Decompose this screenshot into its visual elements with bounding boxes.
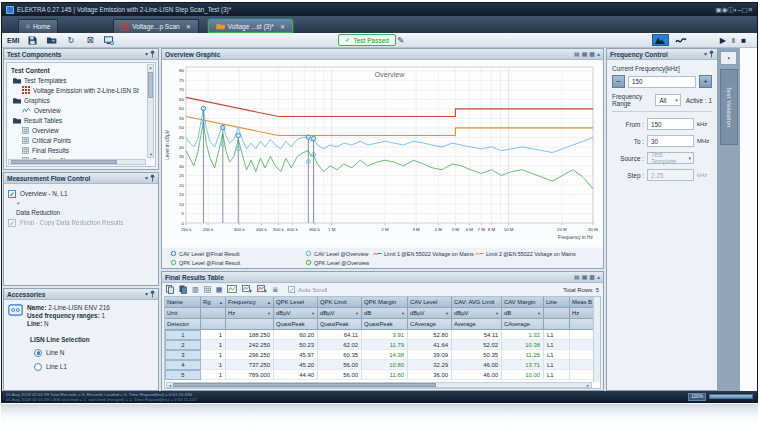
pin-icon[interactable] — [150, 50, 155, 58]
table-cell[interactable]: L1 — [544, 370, 570, 380]
layout-grid-icon[interactable]: ▦ — [582, 51, 588, 57]
layout-float-icon[interactable]: ▩ — [589, 51, 595, 57]
table-cell[interactable]: 60.20 — [274, 330, 318, 340]
table-cell[interactable]: 242.250 — [226, 340, 274, 350]
wave-measurement-button[interactable] — [673, 34, 690, 46]
column-header[interactable]: QPK Margin — [362, 297, 408, 308]
unit-header[interactable]: dBµV▼ — [452, 308, 502, 319]
layout-single-icon[interactable]: ▤ — [574, 274, 580, 280]
test-passed-button[interactable]: ✓ Test Passed — [338, 34, 396, 46]
column-header[interactable]: Name — [165, 297, 201, 308]
legend-item[interactable]: QPK Level @Overview — [305, 259, 369, 266]
table-cell[interactable]: 45.20 — [274, 360, 318, 370]
tree-item[interactable]: Test Templates — [11, 75, 146, 85]
table-cell[interactable]: L1 — [544, 330, 570, 340]
unit-header[interactable]: dB▼ — [362, 308, 408, 319]
table-cell[interactable]: L1 — [544, 350, 570, 360]
table-cell[interactable]: 13.71 — [502, 360, 544, 370]
checkbox-checked-icon[interactable]: ✓ — [8, 190, 16, 198]
tab-home[interactable]: ⌂Home — [18, 19, 58, 33]
pin-icon[interactable] — [150, 174, 155, 182]
refresh-button[interactable]: ↻ — [64, 34, 77, 46]
layout-float-icon[interactable]: ▩ — [589, 274, 595, 280]
radio-line-n[interactable]: Line N — [34, 348, 154, 357]
table-cell[interactable]: 36.00 — [408, 370, 452, 380]
table-cell[interactable]: 56.00 — [318, 370, 362, 380]
auto-scroll-checkbox[interactable]: ✓ Auto Scroll — [288, 286, 327, 293]
table-cell[interactable]: 32.29 — [408, 360, 452, 370]
unit-header[interactable]: dBµV▼ — [274, 308, 318, 319]
tree-item[interactable]: Result Tables — [11, 115, 146, 125]
copy-button[interactable] — [166, 285, 174, 294]
table-cell[interactable]: 10.80 — [362, 360, 408, 370]
table-cell[interactable]: 50.35 — [452, 350, 502, 360]
chevron-down-icon[interactable]: ▾ — [704, 51, 707, 57]
tree-vertical-scrollbar[interactable]: ▲▼ — [147, 64, 154, 158]
chart-add-button[interactable] — [242, 285, 252, 293]
save-button[interactable] — [26, 34, 39, 46]
unit-header[interactable]: dBµV▼ — [408, 308, 452, 319]
copy-all-button[interactable] — [179, 285, 187, 294]
play-button[interactable]: ▶ — [720, 36, 726, 45]
table-cell[interactable]: 39.09 — [408, 350, 452, 360]
frequency-decrement-button[interactable]: − — [612, 75, 625, 88]
table-cell[interactable]: 1 — [201, 370, 226, 380]
table-cell[interactable]: 1 — [165, 330, 201, 340]
test-validation-tab[interactable]: Test Validation — [720, 69, 738, 145]
table-cell[interactable]: 296.250 — [226, 350, 274, 360]
close-icon[interactable]: ✕ — [748, 6, 753, 13]
table-cell[interactable]: 44.40 — [274, 370, 318, 380]
legend-item[interactable]: QPK Level @Final Result — [170, 259, 240, 266]
table-cell[interactable]: 46.00 — [452, 370, 502, 380]
table-cell[interactable]: 54.11 — [452, 330, 502, 340]
radio-line-l1[interactable]: Line L1 — [34, 362, 154, 371]
table-cell[interactable]: 3.91 — [362, 330, 408, 340]
chart-button[interactable] — [227, 285, 237, 293]
table-cell[interactable]: 1 — [201, 350, 226, 360]
to-frequency-input[interactable] — [647, 135, 694, 147]
collapse-icon[interactable]: ▴ — [597, 274, 600, 280]
tab-voltage-p-scan[interactable]: Voltage...p Scan✕ — [113, 19, 198, 33]
table-cell[interactable]: 45.97 — [274, 350, 318, 360]
table-cell[interactable]: 50.23 — [274, 340, 318, 350]
close-icon[interactable]: ✕ — [280, 23, 285, 30]
table-cell[interactable]: 1 — [201, 340, 226, 350]
table-cell[interactable]: 41.64 — [408, 340, 452, 350]
tree-item[interactable]: Final Results — [11, 145, 146, 155]
unit-header[interactable]: dBµV▼ — [318, 308, 362, 319]
legend-item[interactable]: CAV Level @Overview — [305, 250, 369, 257]
legend-item[interactable]: Limit 1 @EN 55022 Voltage on Mains — [373, 250, 474, 257]
table-cell[interactable]: 10.00 — [502, 370, 544, 380]
chevron-down-icon[interactable]: ▾ — [145, 51, 148, 57]
tree-item[interactable]: Critical Points — [11, 135, 146, 145]
overview-chart[interactable]: 05101520253035404550556065707580150 k200… — [162, 60, 603, 248]
table-cell[interactable]: L1 — [544, 340, 570, 350]
column-header[interactable]: CAV Level — [408, 297, 452, 308]
tree-item[interactable]: Voltage Emission with 2-Line-LISN St — [11, 85, 146, 95]
tree-item[interactable]: Overview — [11, 125, 146, 135]
chart-add2-button[interactable] — [257, 285, 267, 293]
table-cell[interactable]: 10.38 — [502, 340, 544, 350]
screen-add-button[interactable] — [102, 34, 115, 46]
table-cell[interactable]: 52.80 — [408, 330, 452, 340]
table-cell[interactable]: 60.35 — [318, 350, 362, 360]
table-cell[interactable]: 188.250 — [226, 330, 274, 340]
table-cell[interactable]: 64.11 — [318, 330, 362, 340]
table-cell[interactable]: 11.25 — [502, 350, 544, 360]
table-cell[interactable]: 56.00 — [318, 360, 362, 370]
chevron-down-icon[interactable]: ▾ — [145, 175, 148, 181]
table-cell[interactable]: 737.250 — [226, 360, 274, 370]
table-cell[interactable]: 2 — [165, 340, 201, 350]
table-cell[interactable]: 789.000 — [226, 370, 274, 380]
close-icon[interactable]: ✕ — [186, 23, 191, 30]
unit-header[interactable]: dB▼ — [502, 308, 544, 319]
table-cell[interactable]: 11.79 — [362, 340, 408, 350]
tab-voltage-st-3-[interactable]: Voltage ...st (3)*✕ — [208, 19, 293, 33]
sort-button[interactable]: ≣ — [272, 286, 278, 293]
dock-icon[interactable]: ▪ — [720, 51, 737, 65]
table-cell[interactable]: 1.32 — [502, 330, 544, 340]
collapse-icon[interactable]: ▴ — [597, 51, 600, 57]
table-button[interactable] — [204, 286, 211, 293]
tree-item[interactable]: Graphics — [11, 95, 146, 105]
column-header[interactable]: CAV: AVG Limit — [452, 297, 502, 308]
